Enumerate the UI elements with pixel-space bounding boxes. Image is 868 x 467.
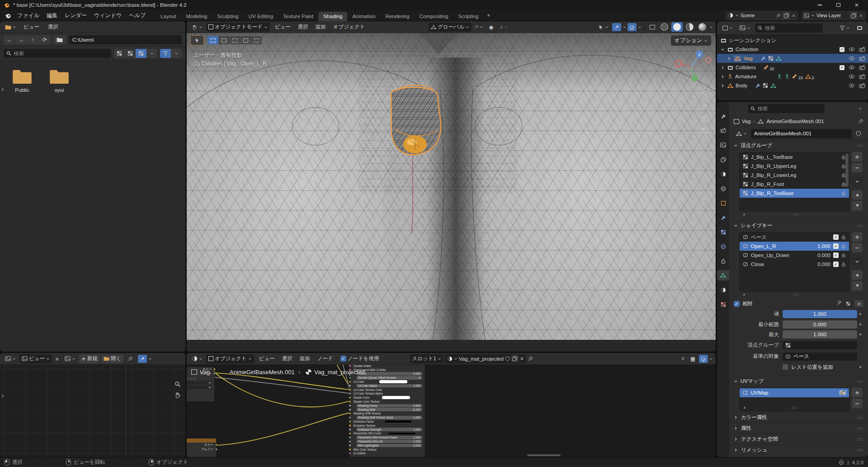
- selectability-dropdown[interactable]: [596, 24, 611, 31]
- collapsed-panel-header[interactable]: リメッシュ: [729, 444, 868, 455]
- hide-eye-icon[interactable]: [849, 83, 855, 88]
- maximize-button[interactable]: [830, 0, 846, 10]
- file-browser-view-menu[interactable]: ビュー: [20, 23, 43, 31]
- path-field[interactable]: [69, 35, 182, 44]
- add-uv-map-button[interactable]: [852, 388, 863, 397]
- render-camera-icon[interactable]: [859, 56, 865, 61]
- tab-modifiers[interactable]: [717, 212, 729, 223]
- menu-item[interactable]: ファイル: [14, 11, 43, 20]
- range-max-field[interactable]: 1.000: [783, 330, 857, 338]
- workspace-tab[interactable]: Sculpting: [212, 12, 243, 21]
- node-socket[interactable]: [349, 412, 351, 415]
- new-folder-button[interactable]: [53, 35, 66, 44]
- expand-icon[interactable]: [742, 213, 746, 216]
- render-camera-icon[interactable]: [859, 47, 865, 52]
- shading-dropdown-icon[interactable]: [709, 25, 713, 29]
- list-scrollbar[interactable]: [845, 153, 849, 187]
- vertex-groups-panel-header[interactable]: 頂点グループ: [729, 140, 868, 151]
- workspace-tab[interactable]: Layout: [156, 12, 181, 21]
- filter-settings-dropdown[interactable]: [171, 49, 182, 58]
- new-image-button[interactable]: 新規: [79, 354, 100, 363]
- node-input-row[interactable]: Emissive Texture: [350, 424, 425, 428]
- panel-grip[interactable]: [857, 438, 863, 441]
- node-input-row[interactable]: Lit Color Texture Color: [350, 388, 425, 392]
- tab-particles[interactable]: [717, 227, 729, 237]
- filter-dropdown[interactable]: [837, 24, 852, 32]
- node-input-row[interactable]: Lit Color Texture Alpha: [350, 392, 425, 396]
- shape-key-specials-menu[interactable]: [852, 257, 863, 266]
- node-socket[interactable]: [349, 388, 351, 391]
- clear-shape-keys-button[interactable]: [854, 300, 863, 307]
- panel-grip[interactable]: [857, 144, 863, 147]
- shape-key-value[interactable]: 0.000: [810, 253, 830, 258]
- hide-eye-icon[interactable]: [849, 74, 855, 79]
- menu-item[interactable]: ウィンドウ: [90, 11, 125, 20]
- node-socket[interactable]: [349, 376, 351, 379]
- shape-key-enabled-checkbox[interactable]: ✓: [833, 243, 839, 249]
- node-input-row[interactable]: Is Outline: [350, 452, 425, 456]
- snap-node-toggle[interactable]: ⌗: [679, 355, 687, 362]
- node-input-value[interactable]: 1.000: [413, 440, 420, 443]
- region-toggle-icon[interactable]: [0, 394, 5, 398]
- viewport-menu-item[interactable]: 選択: [294, 23, 312, 31]
- shading-solid-button[interactable]: [671, 22, 683, 32]
- shading-material-button[interactable]: [684, 22, 695, 32]
- node-input-value[interactable]: -0.200: [412, 408, 420, 411]
- node-socket[interactable]: [349, 432, 351, 435]
- slot-selector[interactable]: スロット1: [410, 354, 443, 363]
- tab-tool[interactable]: [717, 111, 729, 121]
- select-mode-extend[interactable]: [218, 36, 229, 44]
- select-mode-invert[interactable]: [240, 36, 251, 44]
- pin-icon[interactable]: [776, 13, 781, 18]
- shape-key-value[interactable]: 0.000: [810, 262, 830, 267]
- node-input-row[interactable]: Shading Shift Texture Scale 1.000: [350, 415, 425, 419]
- shader-menu-item[interactable]: ビュー: [255, 354, 278, 363]
- overlays-toggle[interactable]: ◶: [627, 23, 637, 31]
- node-socket[interactable]: [349, 396, 351, 399]
- minimize-button[interactable]: [812, 0, 827, 10]
- open-image-button[interactable]: 開く: [101, 354, 123, 363]
- render-camera-icon[interactable]: [840, 391, 846, 395]
- panel-grip[interactable]: [857, 224, 863, 227]
- forward-button[interactable]: →: [15, 35, 27, 44]
- mesh-name-field[interactable]: AnimeGirlBaseMesh.001: [751, 129, 852, 138]
- animate-dot[interactable]: [857, 334, 863, 335]
- blend-vertex-group-field[interactable]: [783, 341, 857, 349]
- move-down-button[interactable]: [852, 281, 863, 291]
- tab-world[interactable]: [717, 183, 729, 194]
- animate-dot[interactable]: [857, 324, 863, 325]
- vertex-group-specials-menu[interactable]: [852, 176, 863, 186]
- expand-icon[interactable]: [721, 84, 725, 88]
- node-input-row[interactable]: Parametric Rim Color: [350, 432, 425, 436]
- blender-menu-icon[interactable]: [5, 12, 12, 19]
- shape-key-enabled-checkbox[interactable]: ✓: [833, 253, 839, 258]
- proportional-falloff-dropdown[interactable]: ∧: [497, 23, 510, 31]
- color-swatch[interactable]: [379, 380, 407, 383]
- color-swatch[interactable]: [384, 420, 412, 423]
- proportional-edit-toggle[interactable]: ◉: [487, 23, 496, 31]
- new-collection-button[interactable]: [854, 24, 865, 31]
- node-input-value[interactable]: 0.900: [413, 404, 420, 407]
- node-socket[interactable]: [349, 452, 351, 455]
- lock-icon[interactable]: [841, 235, 846, 239]
- image-editor-canvas[interactable]: [0, 365, 185, 457]
- folder-item[interactable]: Public: [9, 68, 35, 93]
- view-layer-selector[interactable]: View Layer: [802, 11, 865, 20]
- list-resize-footer[interactable]: [739, 211, 852, 217]
- remove-vertex-group-button[interactable]: [852, 163, 863, 172]
- parent-dir-button[interactable]: ↑: [27, 35, 39, 44]
- new-scene-button[interactable]: [783, 12, 790, 19]
- node-socket[interactable]: [349, 424, 351, 427]
- node-socket[interactable]: [349, 420, 351, 423]
- color-swatch[interactable]: [388, 432, 416, 435]
- menus-icon[interactable]: ≡: [53, 355, 61, 362]
- shape-key-value[interactable]: 1.000: [810, 243, 830, 249]
- node-socket[interactable]: [349, 392, 351, 395]
- hide-eye-icon[interactable]: [849, 56, 855, 61]
- use-nodes-checkbox[interactable]: ✓ ノードを使用: [338, 354, 382, 363]
- shader-menu-item[interactable]: 選択: [278, 354, 296, 363]
- shading-rendered-button[interactable]: [697, 22, 708, 32]
- node-socket[interactable]: [349, 405, 351, 407]
- vertex-group-row[interactable]: J_Bip_R_Foot: [740, 180, 849, 189]
- tab-output[interactable]: [717, 140, 729, 150]
